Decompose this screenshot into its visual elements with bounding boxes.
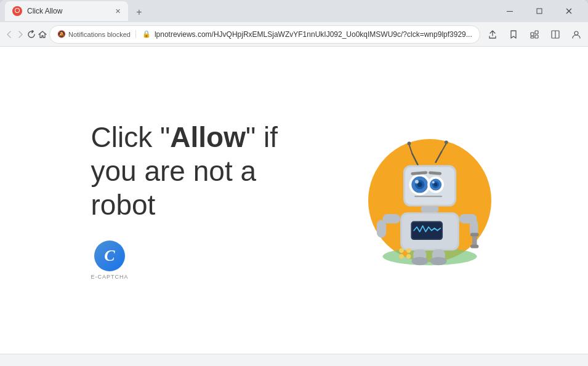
toolbar-actions — [483, 25, 588, 44]
svg-line-21 — [435, 151, 441, 162]
reload-button[interactable] — [27, 25, 36, 44]
svg-rect-56 — [470, 244, 478, 248]
svg-point-13 — [574, 31, 578, 35]
address-bar[interactable]: 🔕 Notifications blocked 🔒 lpnotreviews.c… — [49, 25, 480, 44]
svg-line-18 — [412, 153, 418, 165]
svg-rect-51 — [376, 220, 385, 237]
svg-line-19 — [409, 145, 412, 153]
browser-window: Click Allow ✕ + — [0, 0, 588, 366]
captcha-section: C E-CAPTCHA — [91, 241, 325, 280]
window-controls — [496, 2, 583, 20]
captcha-label: E-CAPTCHA — [91, 274, 129, 280]
svg-rect-8 — [535, 31, 538, 34]
close-button[interactable] — [555, 2, 583, 20]
page-content: Click "Allow" if you are not a robot C E… — [0, 47, 588, 354]
svg-rect-10 — [531, 36, 534, 38]
browser-tab[interactable]: Click Allow ✕ — [5, 1, 128, 21]
svg-point-30 — [415, 180, 419, 183]
main-heading: Click "Allow" if you are not a robot — [91, 121, 325, 223]
svg-point-60 — [430, 257, 446, 265]
svg-rect-7 — [531, 33, 534, 36]
extensions-button[interactable] — [525, 25, 544, 44]
forward-button[interactable] — [16, 25, 25, 44]
home-button[interactable] — [38, 25, 47, 44]
svg-point-29 — [417, 182, 422, 187]
lock-icon: 🔒 — [142, 30, 151, 38]
captcha-logo: C E-CAPTCHA — [91, 241, 129, 280]
maximize-button[interactable] — [525, 2, 554, 20]
tab-close-button[interactable]: ✕ — [112, 6, 123, 17]
page-inner: Click "Allow" if you are not a robot C E… — [91, 121, 497, 280]
svg-rect-9 — [535, 35, 538, 38]
svg-point-49 — [403, 251, 408, 256]
svg-point-23 — [444, 140, 448, 144]
svg-point-20 — [407, 141, 411, 145]
svg-point-2 — [15, 9, 19, 12]
tab-favicon — [12, 6, 22, 16]
notification-blocked-text: Notifications blocked — [68, 31, 131, 38]
url-text: lpnotreviews.com/HJvQHpjRxEMLSjaWZvYF1nn… — [155, 30, 472, 39]
toolbar: 🔕 Notifications blocked 🔒 lpnotreviews.c… — [0, 22, 588, 47]
new-tab-button[interactable]: + — [131, 4, 148, 21]
svg-rect-3 — [507, 11, 513, 12]
robot-svg — [362, 133, 497, 268]
notification-blocked-indicator[interactable]: 🔕 Notifications blocked — [57, 30, 136, 38]
svg-rect-55 — [470, 233, 478, 236]
profile-button[interactable] — [566, 25, 586, 44]
status-bar — [0, 354, 588, 366]
svg-rect-39 — [421, 206, 438, 212]
minimize-button[interactable] — [496, 2, 524, 20]
notification-bell-icon: 🔕 — [57, 30, 66, 38]
title-bar: Click Allow ✕ + — [0, 0, 588, 22]
svg-rect-4 — [537, 9, 542, 14]
captcha-c-letter: C — [104, 247, 115, 265]
svg-point-59 — [411, 257, 428, 265]
split-view-button[interactable] — [546, 25, 565, 44]
heading-text: Click "Allow" if you are not a robot — [91, 121, 278, 221]
svg-point-34 — [433, 183, 437, 186]
text-section: Click "Allow" if you are not a robot C E… — [91, 121, 325, 280]
share-button[interactable] — [483, 25, 502, 44]
bookmark-button[interactable] — [504, 25, 523, 44]
captcha-c-icon: C — [94, 241, 125, 271]
robot-illustration — [362, 133, 497, 268]
tab-title: Click Allow — [27, 7, 107, 15]
back-button[interactable] — [5, 25, 14, 44]
svg-line-22 — [441, 143, 446, 151]
tab-bar: Click Allow ✕ + — [5, 1, 496, 21]
svg-point-35 — [432, 181, 434, 183]
